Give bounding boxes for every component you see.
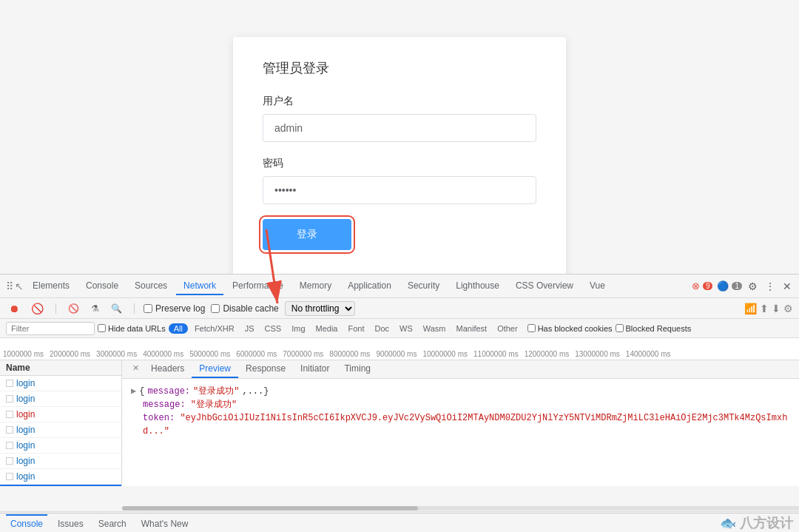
tab-sources[interactable]: Sources (127, 277, 175, 295)
filter-doc[interactable]: Doc (371, 323, 393, 334)
error-badge: ⊗ 9 (692, 280, 713, 292)
password-group: 密码 (263, 157, 536, 204)
filter-other[interactable]: Other (493, 323, 522, 334)
response-tab-headers[interactable]: Headers (144, 360, 192, 378)
tab-elements[interactable]: Elements (25, 277, 77, 295)
scrollbar-thumb[interactable] (122, 506, 418, 511)
requests-panel: Name login login login login login (0, 360, 122, 486)
settings2-icon[interactable]: ⚙ (783, 303, 793, 314)
devtools-drag-icon: ⠿ (6, 280, 13, 292)
username-group: 用户名 (263, 95, 536, 142)
filter-all[interactable]: All (169, 323, 188, 334)
request-item[interactable]: login (0, 376, 121, 391)
response-tab-timing[interactable]: Timing (337, 360, 378, 378)
hide-data-urls-checkbox[interactable] (98, 324, 106, 332)
tab-performance[interactable]: Performance (225, 277, 291, 295)
tl-2: 2000000 ms (47, 350, 93, 358)
request-item-selected[interactable]: login (0, 485, 121, 486)
tl-4: 4000000 ms (140, 350, 186, 358)
expand-icon[interactable]: ▶ (131, 385, 136, 398)
tl-10: 10000000 ms (419, 350, 471, 358)
preserve-log-checkbox[interactable] (144, 304, 152, 313)
close-request-btn[interactable]: ✕ (128, 360, 144, 378)
filter-css[interactable]: CSS (261, 323, 286, 334)
tab-console[interactable]: Console (78, 277, 126, 295)
response-tab-preview[interactable]: Preview (192, 360, 238, 378)
bottom-tab-whats-new[interactable]: What's New (137, 514, 193, 532)
username-input[interactable] (263, 114, 536, 142)
request-item[interactable]: login (0, 438, 121, 454)
password-label: 密码 (263, 157, 536, 170)
response-tab-initiator[interactable]: Initiator (293, 360, 337, 378)
req-name: login (16, 378, 35, 388)
tl-3: 3000000 ms (93, 350, 140, 358)
more-icon[interactable]: ⋮ (763, 279, 777, 294)
bottom-tab-issues[interactable]: Issues (53, 514, 88, 532)
blocked-requests-checkbox[interactable] (616, 324, 624, 332)
json-message-row: message: "登录成功" (131, 398, 790, 411)
req-name: login (16, 456, 35, 466)
disable-cache-text: Disable cache (223, 303, 278, 314)
network-toolbar: ⏺ 🚫 🚫 ⚗ 🔍 Preserve log Disable cache No … (0, 298, 799, 319)
login-button[interactable]: 登录 (263, 219, 351, 250)
disable-cache-label[interactable]: Disable cache (211, 303, 278, 314)
has-blocked-cookies-text: Has blocked cookies (538, 324, 613, 333)
filter-manifest[interactable]: Manifest (453, 323, 491, 334)
request-item-highlighted[interactable]: login (0, 407, 121, 422)
clear-button[interactable]: 🚫 (65, 302, 82, 315)
tab-vue[interactable]: Vue (582, 277, 613, 295)
request-item[interactable]: login (0, 454, 121, 469)
stop-button[interactable]: 🚫 (28, 301, 47, 316)
requests-header: Name (0, 360, 121, 376)
close-icon[interactable]: ✕ (781, 279, 793, 294)
tab-css-overview[interactable]: CSS Overview (508, 277, 581, 295)
response-panel: ✕ Headers Preview Response Initiator Tim… (122, 360, 799, 486)
watermark: 🐟 八方设计 (720, 516, 793, 531)
filter-font[interactable]: Font (344, 323, 368, 334)
hide-data-urls-label[interactable]: Hide data URLs (98, 324, 166, 333)
search-btn[interactable]: 🔍 (108, 302, 125, 315)
preserve-log-label[interactable]: Preserve log (144, 303, 205, 314)
request-item[interactable]: login (0, 469, 121, 485)
req-checkbox (6, 380, 13, 387)
devtools-bottom-tabs: Console Issues Search What's New 🐟 八方设计 (0, 513, 799, 532)
separator1 (55, 303, 56, 314)
filter-icon-btn[interactable]: ⚗ (88, 302, 102, 315)
filter-ws[interactable]: WS (396, 323, 417, 334)
toolbar-right-icons: 📶 ⬆ ⬇ ⚙ (744, 303, 793, 314)
blocked-requests-label[interactable]: Blocked Requests (616, 324, 692, 333)
filter-js[interactable]: JS (241, 323, 258, 334)
request-item[interactable]: login (0, 422, 121, 438)
tab-memory[interactable]: Memory (292, 277, 339, 295)
bottom-tab-search[interactable]: Search (94, 514, 131, 532)
tab-network[interactable]: Network (176, 277, 223, 295)
has-blocked-cookies-checkbox[interactable] (527, 324, 536, 332)
filter-media[interactable]: Media (312, 323, 342, 334)
req-checkbox (6, 457, 13, 465)
wifi-icon: 📶 (744, 303, 757, 314)
tl-8: 8000000 ms (326, 350, 373, 358)
info-count: 1 (732, 282, 742, 290)
settings-icon[interactable]: ⚙ (746, 279, 759, 294)
tab-security[interactable]: Security (400, 277, 447, 295)
json-root: ▶ { message: "登录成功" ,...} (131, 385, 790, 398)
tab-lighthouse[interactable]: Lighthouse (448, 277, 507, 295)
filter-wasm[interactable]: Wasm (419, 323, 450, 334)
json-message-key2: message: (143, 400, 186, 410)
devtools-icons: ⊗ 9 🔵 1 ⚙ ⋮ ✕ (692, 279, 793, 294)
devtools-tabs: ⠿ ↖ Elements Console Sources Network Per… (0, 275, 799, 298)
record-button[interactable]: ⏺ (6, 301, 22, 316)
filter-img[interactable]: Img (288, 323, 309, 334)
request-item[interactable]: login (0, 391, 121, 407)
has-blocked-cookies-label[interactable]: Has blocked cookies (527, 324, 613, 333)
filter-input[interactable] (6, 322, 95, 335)
throttle-select[interactable]: No throttling (285, 301, 355, 316)
bottom-tab-console[interactable]: Console (6, 514, 47, 532)
json-message-value: "登录成功" (191, 400, 237, 410)
tab-application[interactable]: Application (340, 277, 399, 295)
scrollbar-area[interactable] (122, 505, 799, 511)
disable-cache-checkbox[interactable] (211, 304, 220, 313)
response-tab-response[interactable]: Response (238, 360, 293, 378)
filter-fetch-xhr[interactable]: Fetch/XHR (191, 323, 238, 334)
password-input[interactable] (263, 176, 536, 204)
